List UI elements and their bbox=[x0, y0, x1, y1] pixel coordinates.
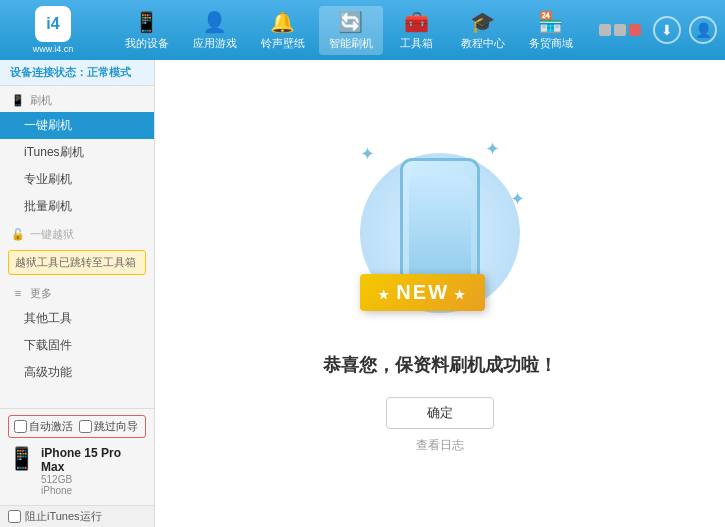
device-info: 📱 iPhone 15 Pro Max 512GB iPhone bbox=[8, 443, 146, 499]
nav-ringtones-label: 铃声壁纸 bbox=[261, 36, 305, 51]
nav-toolbox[interactable]: 🧰 工具箱 bbox=[387, 6, 447, 55]
view-log-link[interactable]: 查看日志 bbox=[416, 437, 464, 454]
auto-activate-label: 自动激活 bbox=[29, 419, 73, 434]
device-storage: 512GB bbox=[41, 474, 146, 485]
nav-bar: 📱 我的设备 👤 应用游戏 🔔 铃声壁纸 🔄 智能刷机 🧰 工具箱 🎓 教程中心… bbox=[98, 6, 599, 55]
itunes-checkbox[interactable] bbox=[8, 510, 21, 523]
jailbreak-icon: 🔓 bbox=[10, 226, 26, 242]
success-illustration: ✦ ✦ ✦ ★ NEW ★ bbox=[350, 133, 530, 333]
skip-guide-checkbox[interactable]: 跳过向导 bbox=[79, 419, 138, 434]
jailbreak-label: 一键越狱 bbox=[30, 227, 74, 242]
sidebar-item-pro-flash[interactable]: 专业刷机 bbox=[0, 166, 154, 193]
nav-toolbox-icon: 🧰 bbox=[404, 10, 429, 34]
header: i4 www.i4.cn 📱 我的设备 👤 应用游戏 🔔 铃声壁纸 🔄 智能刷机… bbox=[0, 0, 725, 60]
itunes-bar: 阻止iTunes运行 bbox=[0, 505, 154, 527]
nav-tutorial-label: 教程中心 bbox=[461, 36, 505, 51]
user-button[interactable]: 👤 bbox=[689, 16, 717, 44]
logo-icon: i4 bbox=[35, 6, 71, 42]
nav-device-icon: 📱 bbox=[134, 10, 159, 34]
nav-flash-icon: 🔄 bbox=[338, 10, 363, 34]
sidebar-item-advanced[interactable]: 高级功能 bbox=[0, 359, 154, 386]
sparkle-2: ✦ bbox=[485, 138, 500, 160]
nav-apps-label: 应用游戏 bbox=[193, 36, 237, 51]
sidebar-item-one-click-flash[interactable]: 一键刷机 bbox=[0, 112, 154, 139]
header-controls: ⬇ 👤 bbox=[599, 16, 717, 44]
logo-website: www.i4.cn bbox=[33, 44, 74, 54]
flash-section-icon: 📱 bbox=[10, 92, 26, 108]
success-message: 恭喜您，保资料刷机成功啦！ bbox=[323, 353, 557, 377]
more-section-icon: ≡ bbox=[10, 285, 26, 301]
download-button[interactable]: ⬇ bbox=[653, 16, 681, 44]
flash-section-label: 刷机 bbox=[30, 93, 52, 108]
new-badge: ★ NEW ★ bbox=[360, 274, 485, 311]
sidebar-item-other-tools[interactable]: 其他工具 bbox=[0, 305, 154, 332]
nav-service[interactable]: 🏪 务贸商域 bbox=[519, 6, 583, 55]
device-name: iPhone 15 Pro Max bbox=[41, 446, 146, 474]
section-more-header: ≡ 更多 bbox=[0, 279, 154, 305]
window-close[interactable] bbox=[629, 24, 641, 36]
sidebar-item-itunes-flash[interactable]: iTunes刷机 bbox=[0, 139, 154, 166]
sidebar-item-batch-flash[interactable]: 批量刷机 bbox=[0, 193, 154, 220]
nav-service-icon: 🏪 bbox=[538, 10, 563, 34]
sidebar-item-download-firmware[interactable]: 下载固件 bbox=[0, 332, 154, 359]
nav-device-label: 我的设备 bbox=[125, 36, 169, 51]
auto-activate-input[interactable] bbox=[14, 420, 27, 433]
nav-smart-flash[interactable]: 🔄 智能刷机 bbox=[319, 6, 383, 55]
itunes-label: 阻止iTunes运行 bbox=[25, 509, 102, 524]
nav-apps-icon: 👤 bbox=[202, 10, 227, 34]
nav-toolbox-label: 工具箱 bbox=[400, 36, 433, 51]
window-restore[interactable] bbox=[614, 24, 626, 36]
sidebar-bottom: 自动激活 跳过向导 📱 iPhone 15 Pro Max 512GB iPho… bbox=[0, 408, 154, 505]
sidebar-top: 设备连接状态：正常模式 📱 刷机 一键刷机 iTunes刷机 专业刷机 批量刷机… bbox=[0, 60, 154, 408]
nav-service-label: 务贸商域 bbox=[529, 36, 573, 51]
jailbreak-notice: 越狱工具已跳转至工具箱 bbox=[8, 250, 146, 275]
device-details: iPhone 15 Pro Max 512GB iPhone bbox=[41, 446, 146, 496]
nav-ringtones-icon: 🔔 bbox=[270, 10, 295, 34]
auto-activate-checkbox[interactable]: 自动激活 bbox=[14, 419, 73, 434]
skip-guide-label: 跳过向导 bbox=[94, 419, 138, 434]
nav-tutorial[interactable]: 🎓 教程中心 bbox=[451, 6, 515, 55]
skip-guide-input[interactable] bbox=[79, 420, 92, 433]
status-label: 设备连接状态： bbox=[10, 66, 87, 78]
more-section-label: 更多 bbox=[30, 286, 52, 301]
main-area: 设备连接状态：正常模式 📱 刷机 一键刷机 iTunes刷机 专业刷机 批量刷机… bbox=[0, 60, 725, 527]
sidebar: 设备连接状态：正常模式 📱 刷机 一键刷机 iTunes刷机 专业刷机 批量刷机… bbox=[0, 60, 155, 527]
nav-apps-games[interactable]: 👤 应用游戏 bbox=[183, 6, 247, 55]
section-jailbreak-header: 🔓 一键越狱 bbox=[0, 220, 154, 246]
nav-ringtones[interactable]: 🔔 铃声壁纸 bbox=[251, 6, 315, 55]
phone-screen bbox=[409, 176, 471, 285]
logo: i4 www.i4.cn bbox=[8, 6, 98, 54]
auto-options-box: 自动激活 跳过向导 bbox=[8, 415, 146, 438]
section-flash-header: 📱 刷机 bbox=[0, 86, 154, 112]
status-value: 正常模式 bbox=[87, 66, 131, 78]
window-minimize[interactable] bbox=[599, 24, 611, 36]
nav-flash-label: 智能刷机 bbox=[329, 36, 373, 51]
confirm-button[interactable]: 确定 bbox=[386, 397, 494, 429]
device-type: iPhone bbox=[41, 485, 146, 496]
sparkle-1: ✦ bbox=[360, 143, 375, 165]
nav-tutorial-icon: 🎓 bbox=[470, 10, 495, 34]
nav-my-device[interactable]: 📱 我的设备 bbox=[115, 6, 179, 55]
device-icon: 📱 bbox=[8, 446, 35, 472]
status-bar: 设备连接状态：正常模式 bbox=[0, 60, 154, 86]
content-area: ✦ ✦ ✦ ★ NEW ★ 恭喜您，保资料刷机成功啦！ 确定 查看日志 bbox=[155, 60, 725, 527]
